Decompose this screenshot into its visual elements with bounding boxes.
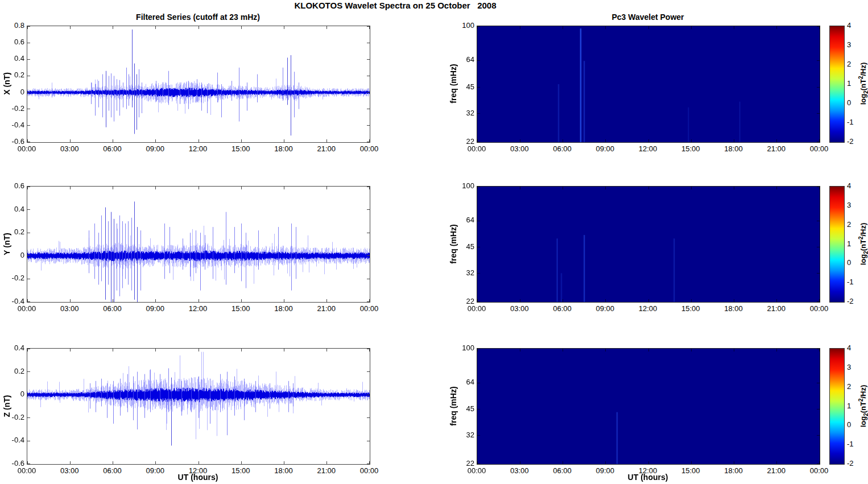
x-tick-label: 15:00	[225, 304, 257, 313]
z-series-ylabel: Z (nT)	[1, 372, 13, 440]
y-tick-label: 0.8	[0, 21, 24, 30]
x-tick-label: 06:00	[547, 304, 578, 313]
wavelet-power-title: Pc3 Wavelet Power	[477, 13, 819, 22]
x-tick-label: 21:00	[311, 144, 342, 154]
x-tick-label: 03:00	[53, 144, 85, 154]
x-tick-label: 00:00	[461, 144, 493, 154]
colorbar-tick-label: 4	[847, 344, 864, 352]
x-tick-label: 06:00	[97, 304, 129, 313]
figure-title: KLOKOTOS Wavelet Spectra on 25 October 2…	[0, 1, 791, 10]
colorbar-tick-label: -2	[847, 297, 864, 305]
colorbar-tick-label: -2	[847, 138, 864, 146]
x-tick-label: 03:00	[503, 144, 535, 154]
colorbar-label-prefix: log	[859, 254, 867, 265]
z-wavelet-plot	[477, 349, 820, 464]
colorbar-unit-label: log2(nT2/Hz)	[856, 201, 866, 287]
colorbar-tick-label: 4	[847, 182, 864, 190]
colorbar	[829, 26, 845, 143]
z-wavelet-panel	[477, 348, 820, 465]
y-series-panel	[27, 186, 370, 303]
x-tick-label: 09:00	[139, 304, 171, 313]
x-tick-label: 06:00	[97, 144, 129, 154]
x-tick-label: 09:00	[589, 304, 621, 313]
freq-tick-label: 100	[448, 21, 474, 30]
x-tick-label: 00:00	[353, 304, 385, 313]
x-tick-label: 15:00	[675, 304, 706, 313]
colorbar-label-suffix: /Hz)	[859, 222, 867, 236]
freq-tick-label: 100	[448, 181, 474, 191]
colorbar-tick-label: 4	[847, 22, 864, 30]
x-tick-label: 18:00	[718, 144, 750, 154]
x-tick-label: 12:00	[632, 144, 664, 154]
ut-hours-label-right: UT (hours)	[477, 473, 819, 482]
x-tick-label: 18:00	[718, 304, 750, 313]
x-series-ylabel: X (nT)	[1, 49, 13, 118]
x-tick-label: 03:00	[53, 304, 85, 313]
y-tick-label: 0.6	[0, 181, 24, 191]
freq-ylabel: freq (mHz)	[448, 372, 459, 440]
x-wavelet-plot	[477, 26, 820, 142]
colorbar	[829, 348, 845, 465]
x-tick-label: 00:00	[11, 304, 43, 313]
colorbar-label-sub: 2	[863, 413, 868, 416]
colorbar-tick-label: -2	[847, 460, 864, 468]
colorbar-label-prefix: log	[859, 94, 867, 105]
x-tick-label: 06:00	[547, 144, 578, 154]
x-tick-label: 18:00	[268, 144, 300, 154]
freq-ylabel: freq (mHz)	[448, 49, 459, 118]
x-series-plot	[27, 26, 370, 142]
x-tick-label: 12:00	[182, 144, 214, 154]
y-tick-label: 0.6	[0, 38, 24, 47]
x-tick-label: 21:00	[760, 144, 792, 154]
colorbar-label-suffix: /Hz)	[859, 63, 867, 76]
colorbar-label-mid: (nT	[859, 79, 867, 90]
freq-tick-label: 100	[448, 344, 474, 353]
x-wavelet-panel	[477, 26, 820, 143]
colorbar-label-mid: (nT	[859, 402, 867, 413]
wavelet-spectra-figure: KLOKOTOS Wavelet Spectra on 25 October 2…	[0, 0, 868, 484]
x-tick-label: 00:00	[353, 144, 385, 154]
x-tick-label: 21:00	[760, 304, 792, 313]
freq-ylabel: freq (mHz)	[448, 210, 459, 278]
x-tick-label: 12:00	[632, 304, 664, 313]
x-tick-label: 00:00	[803, 304, 835, 313]
filtered-series-title: Filtered Series (cutoff at 23 mHz)	[27, 13, 369, 22]
colorbar-label-sup: 2	[858, 76, 864, 80]
x-tick-label: 09:00	[139, 144, 171, 154]
y-tick-label: -0.4	[0, 121, 24, 130]
colorbar-unit-label: log2(nT2/Hz)	[856, 363, 866, 449]
ut-hours-label-left: UT (hours)	[27, 473, 369, 482]
colorbar-label-sub: 2	[863, 90, 868, 94]
colorbar-label-sup: 2	[858, 398, 864, 402]
x-tick-label: 00:00	[11, 144, 43, 154]
colorbar-unit-label: log2(nT2/Hz)	[856, 41, 866, 126]
x-tick-label: 18:00	[268, 304, 300, 313]
x-series-panel	[27, 26, 370, 143]
y-wavelet-panel	[477, 186, 820, 303]
x-tick-label: 00:00	[461, 304, 493, 313]
y-series-plot	[27, 187, 370, 302]
x-tick-label: 21:00	[311, 304, 342, 313]
x-tick-label: 15:00	[225, 144, 257, 154]
x-tick-label: 15:00	[675, 144, 706, 154]
colorbar-label-prefix: log	[859, 416, 867, 427]
colorbar-label-suffix: /Hz)	[859, 384, 867, 398]
z-series-plot	[27, 349, 370, 464]
x-tick-label: 00:00	[803, 144, 835, 154]
z-series-panel	[27, 348, 370, 465]
colorbar-label-sup: 2	[858, 236, 864, 239]
y-tick-label: 0.4	[0, 344, 24, 353]
colorbar-label-mid: (nT	[859, 239, 867, 251]
y-series-ylabel: Y (nT)	[1, 210, 13, 278]
colorbar	[829, 186, 845, 303]
x-tick-label: 12:00	[182, 304, 214, 313]
x-tick-label: 09:00	[589, 144, 621, 154]
x-tick-label: 03:00	[503, 304, 535, 313]
colorbar-label-sub: 2	[863, 251, 868, 254]
y-wavelet-plot	[477, 187, 820, 302]
